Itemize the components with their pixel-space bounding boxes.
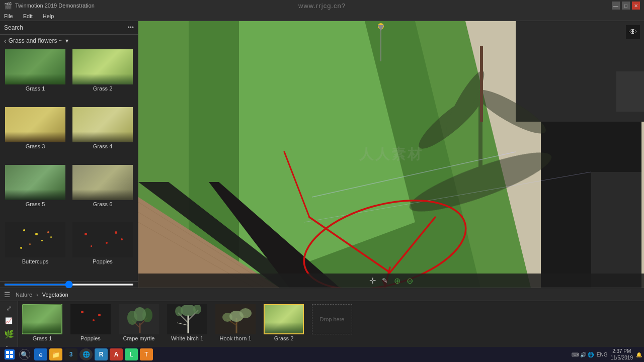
viewport-toolbar: ✛ ✎ ⊕ ⊖ (138, 274, 644, 288)
titlebar-left: 🎬 Twinmotion 2019 Demonstration (4, 2, 95, 10)
zoom-in-icon[interactable]: ⊕ (394, 276, 400, 286)
grass3-thumbnail (5, 107, 65, 142)
taskbar-autocad[interactable]: A (110, 348, 123, 360)
zoom-out-icon[interactable]: ⊖ (407, 276, 413, 286)
bottom-grass2-label: Grass 2 (274, 335, 294, 341)
bottom-grass1-label: Grass 1 (33, 335, 52, 341)
titlebar-controls: — □ ✕ (612, 2, 640, 10)
bottom-birch-thumbnail (167, 304, 207, 334)
scene-icon[interactable]: ⤢ (4, 304, 15, 312)
dropdown-icon: ▾ (65, 37, 68, 44)
eye-button[interactable]: 👁 (626, 25, 640, 39)
system-tray: ⌨ 🔊 🌐 ENG 2:37 PM 11/5/2019 🔔 (572, 348, 642, 361)
bottom-grass1-thumbnail (22, 304, 62, 334)
list-item[interactable]: Grass 4 (69, 107, 136, 164)
grass4-thumbnail (72, 107, 133, 142)
viewport[interactable]: 人人素材 👁 ✛ ✎ ⊕ ⊖ (138, 21, 644, 288)
list-item[interactable]: Grass 1 (2, 49, 68, 106)
buttercups-thumbnail (5, 222, 65, 257)
menu-help[interactable]: Help (41, 12, 56, 20)
drop-label: Drop here (320, 316, 345, 322)
grass5-thumbnail (5, 165, 65, 200)
bottom-birch-label: White birch 1 (171, 335, 203, 341)
hamburger-icon[interactable]: ☰ (4, 291, 11, 299)
grass1-label: Grass 1 (26, 85, 45, 92)
list-item[interactable]: Crape myrtle (119, 304, 159, 341)
taskbar-chrome[interactable]: 🌐 (79, 348, 93, 360)
move-tool-icon[interactable]: ✛ (369, 276, 376, 286)
taskbar-lumion[interactable]: L (125, 348, 138, 360)
category-selector[interactable]: ‹ Grass and flowers ~ ▾ (0, 35, 138, 47)
svg-point-43 (175, 306, 183, 316)
start-button[interactable] (2, 348, 17, 360)
search-bar: Search ••• (0, 21, 138, 35)
bottom-crape-label: Crape myrtle (123, 335, 155, 341)
maximize-button[interactable]: □ (622, 2, 630, 10)
app-icon: 🎬 (4, 2, 12, 10)
list-item[interactable]: Poppies (69, 222, 136, 279)
bottom-grass2-thumbnail (264, 304, 304, 334)
titlebar: 🎬 Twinmotion 2019 Demonstration — □ ✕ (0, 0, 644, 11)
list-item[interactable]: Grass 2 (69, 49, 136, 106)
list-item[interactable]: Grass 6 (69, 165, 136, 222)
bottom-hookthorn-label: Hook thorn 1 (220, 335, 252, 341)
search-taskbar[interactable]: 🔍 (19, 349, 30, 360)
list-item[interactable]: Grass 1 (22, 304, 62, 341)
size-slider-container (0, 281, 138, 288)
back-arrow-icon: ‹ (4, 37, 7, 45)
bottom-nav-bar: ☰ Nature › Vegetation (0, 288, 644, 301)
list-item[interactable]: Buttercups (2, 222, 68, 279)
list-item[interactable]: Grass 3 (2, 107, 68, 164)
taskbar-revit[interactable]: R (95, 348, 108, 360)
svg-rect-21 (616, 71, 644, 112)
bottom-crape-thumbnail (119, 304, 159, 334)
main-layout: Search ••• ‹ Grass and flowers ~ ▾ Grass… (0, 21, 644, 288)
edit-tool-icon[interactable]: ✎ (382, 277, 388, 285)
svg-point-50 (229, 311, 244, 322)
clock: 2:37 PM 11/5/2019 (611, 348, 633, 361)
list-item[interactable]: White birch 1 (167, 304, 207, 341)
app-title: Twinmotion 2019 Demonstration (15, 3, 95, 9)
bottom-nav-left: ☰ Nature › Vegetation (4, 291, 68, 299)
taskbar: 🔍 e 📁 3 🌐 R A L T ⌨ 🔊 🌐 ENG 2:37 PM 11/5… (0, 347, 644, 362)
more-options-icon[interactable]: ••• (127, 24, 134, 31)
taskbar-folder[interactable]: 📁 (49, 348, 62, 360)
graph-icon[interactable]: 📈 (4, 317, 15, 324)
breadcrumb-separator: › (36, 292, 38, 298)
svg-rect-22 (591, 172, 641, 288)
taskbar-twinmotion[interactable]: T (140, 348, 153, 360)
buttercups-label: Buttercups (22, 258, 49, 264)
breadcrumb-nature[interactable]: Nature (16, 292, 32, 298)
list-item[interactable]: Hook thorn 1 (215, 304, 256, 341)
tray-icons: ⌨ 🔊 🌐 (572, 352, 594, 357)
svg-line-41 (177, 323, 188, 325)
taskbar-ie[interactable]: e (34, 348, 47, 360)
search-label: Search (4, 24, 23, 31)
grass2-thumbnail (72, 49, 133, 84)
breadcrumb-vegetation[interactable]: Vegetation (42, 292, 68, 298)
menu-edit[interactable]: Edit (21, 12, 35, 20)
list-item[interactable]: Grass 5 (2, 165, 68, 222)
taskbar-3dsmax[interactable]: 3 (64, 348, 77, 360)
svg-point-37 (134, 307, 146, 321)
bottom-poppies-label: Poppies (80, 335, 101, 341)
menu-file[interactable]: File (2, 12, 15, 20)
poppies-thumbnail (72, 222, 133, 257)
close-button[interactable]: ✕ (632, 2, 640, 10)
thumbnail-grid: Grass 1 Grass 2 Grass 3 Gr (0, 47, 138, 281)
list-item[interactable]: Poppies (70, 304, 111, 341)
size-slider[interactable] (4, 284, 134, 286)
category-label: Grass and flowers ~ (9, 37, 62, 44)
bottom-hookthorn-thumbnail (215, 304, 256, 334)
minimize-button[interactable]: — (612, 2, 620, 10)
list-item[interactable]: Grass 2 (264, 304, 304, 341)
bottom-poppies-thumbnail (70, 304, 111, 334)
grass5-label: Grass 5 (26, 201, 45, 207)
notification-icon[interactable]: 🔔 (636, 352, 642, 357)
grass6-label: Grass 6 (93, 201, 113, 207)
viewport-render: 人人素材 (138, 21, 644, 288)
menubar: File Edit Help www.rrjcg.cn? (0, 11, 644, 21)
nature-icon[interactable]: 🌿 (4, 329, 15, 339)
drop-here-area[interactable]: Drop here (312, 304, 352, 334)
grass3-label: Grass 3 (26, 143, 45, 149)
